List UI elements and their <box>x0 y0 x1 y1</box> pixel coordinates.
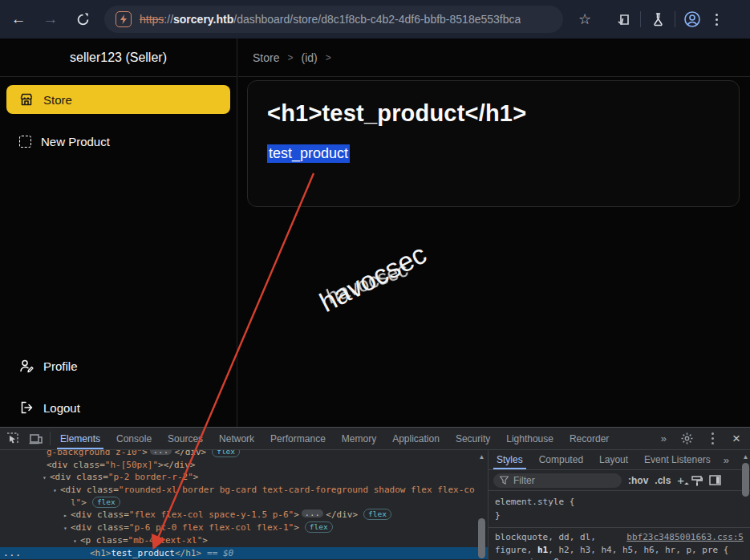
flex-badge[interactable]: flex <box>92 497 120 508</box>
css-rule-block[interactable]: bbf23c3485001663.css:5 blockquote, dd, d… <box>489 528 750 560</box>
labs-flask-icon[interactable] <box>646 7 670 31</box>
devtools-tab-lighthouse[interactable]: Lighthouse <box>498 428 561 449</box>
reload-icon[interactable] <box>69 6 96 33</box>
more-subtabs-icon[interactable]: » <box>719 450 734 469</box>
styles-scrollbar[interactable]: ▲ <box>741 450 750 560</box>
sidebar-item-label: Logout <box>43 401 80 415</box>
breadcrumb-item[interactable]: (id) <box>301 51 317 64</box>
storefront-icon <box>19 92 34 107</box>
devtools-tab-elements[interactable]: Elements <box>52 428 108 449</box>
devtools-tab-network[interactable]: Network <box>211 428 262 449</box>
dom-tree-row[interactable]: ▾<p class="mb-4 text-xl"> <box>0 534 488 547</box>
hov-toggle[interactable]: :hov <box>628 475 648 486</box>
profile-avatar-icon[interactable] <box>680 7 704 31</box>
devtools-tabbar: ElementsConsoleSourcesNetworkPerformance… <box>0 428 750 450</box>
breadcrumb[interactable]: Store>(id)> <box>253 51 331 64</box>
browser-toolbar: ← → https :// sorcery.htb /dashboard/sto… <box>0 0 750 39</box>
forward-icon[interactable]: → <box>37 6 64 33</box>
devtools-tab-performance[interactable]: Performance <box>262 428 334 449</box>
settings-gear-icon[interactable] <box>675 432 699 444</box>
bookmark-star-icon[interactable]: ☆ <box>573 7 597 31</box>
code-segment: <div class= <box>60 485 119 495</box>
code-segment: > <box>193 472 199 482</box>
chevron-right-icon: > <box>326 52 331 63</box>
dom-tree-row[interactable]: <div class="h-[50px]"></div> <box>0 459 488 472</box>
sidebar-item-label: Store <box>43 93 72 107</box>
dom-tree-row[interactable]: <h1>test_product</h1>== $0... <box>0 547 488 560</box>
code-segment: <div class= <box>47 460 105 470</box>
collapse-arrow-icon[interactable]: ▾ <box>60 522 71 535</box>
dom-tree-row[interactable]: g-background z-10">...</div>flex <box>0 450 488 459</box>
elements-scrollbar[interactable]: ▲ <box>477 450 486 560</box>
devtools-close-icon[interactable]: × <box>726 431 747 447</box>
scrollbar-thumb[interactable] <box>478 518 485 558</box>
screen: ← → https :// sorcery.htb /dashboard/sto… <box>0 0 750 560</box>
dom-tree-row[interactable]: ▸<div class="flex flex-col space-y-1.5 p… <box>0 509 488 521</box>
sidebar-item-profile[interactable]: Profile <box>6 351 230 380</box>
styles-subtab-computed[interactable]: Computed <box>531 450 591 469</box>
devtools-tab-sources[interactable]: Sources <box>160 428 211 449</box>
stylesheet-link[interactable]: bbf23c3485001663.css:5 <box>626 531 744 544</box>
element-style-block[interactable]: element.style { } <box>489 491 750 528</box>
expand-arrow-icon[interactable]: ▸ <box>60 509 71 522</box>
device-toolbar-icon[interactable] <box>24 428 48 449</box>
browser-menu-kebab-icon[interactable] <box>704 7 728 31</box>
more-tabs-icon[interactable]: » <box>655 432 673 444</box>
rendering-paint-icon[interactable] <box>691 475 703 486</box>
devtools-tab-security[interactable]: Security <box>448 428 498 449</box>
new-style-rule-icon[interactable]: + <box>677 473 684 487</box>
dom-tree-row[interactable]: l">flex <box>0 497 488 509</box>
devtools-tab-application[interactable]: Application <box>384 428 448 449</box>
collapse-arrow-icon[interactable]: ▾ <box>70 535 80 548</box>
styles-subtab-layout[interactable]: Layout <box>591 450 636 469</box>
selected-text-highlight[interactable]: test_product <box>267 144 350 163</box>
code-segment: > <box>294 522 299 533</box>
sidebar-item-new-product[interactable]: New Product <box>6 127 230 156</box>
scroll-up-icon[interactable]: ▲ <box>742 453 749 461</box>
code-segment: <div class= <box>71 522 129 533</box>
dom-tree-row[interactable]: ▾<div class="p-6 pt-0 flex flex-col flex… <box>0 521 488 534</box>
breadcrumb-item[interactable]: Store <box>253 51 279 64</box>
chevron-right-icon: > <box>287 52 293 63</box>
collapsed-content-ellipsis[interactable]: ... <box>302 509 324 517</box>
collapsed-content-ellipsis[interactable]: ... <box>150 450 172 455</box>
devtools-tab-recorder[interactable]: Recorder <box>561 428 617 449</box>
styles-subtab-styles[interactable]: Styles <box>489 450 531 469</box>
not-secure-badge-icon[interactable] <box>116 11 132 27</box>
inspect-element-icon[interactable] <box>0 428 24 449</box>
devtools-tab-memory[interactable]: Memory <box>334 428 384 449</box>
flex-badge[interactable]: flex <box>212 450 240 457</box>
css-declaration[interactable]: margin:▶0; <box>495 556 744 560</box>
devtools-tab-console[interactable]: Console <box>108 428 160 449</box>
toolbar-divider <box>675 11 675 27</box>
code-segment: == $0 <box>207 548 233 558</box>
devtools-menu-kebab-icon[interactable] <box>700 432 724 444</box>
side-panel-icon[interactable] <box>611 7 635 31</box>
back-icon[interactable]: ← <box>5 6 32 33</box>
dom-tree-row[interactable]: ▾<div class="rounded-xl border bg-card t… <box>0 484 488 497</box>
scroll-up-icon[interactable]: ▲ <box>478 453 485 461</box>
url-host: sorcery.htb <box>173 13 233 26</box>
cls-toggle[interactable]: .cls <box>655 475 671 486</box>
sidebar-item-store[interactable]: Store <box>6 85 230 114</box>
toggle-panel-icon[interactable] <box>709 475 721 485</box>
flex-badge[interactable]: flex <box>363 509 391 520</box>
styles-subtab-event-listeners[interactable]: Event Listeners <box>636 450 719 469</box>
sidebar-item-label: Profile <box>43 359 78 373</box>
flex-badge[interactable]: flex <box>305 521 333 533</box>
dom-tree: g-background z-10">...</div>flex<div cla… <box>0 450 488 559</box>
url-bar[interactable]: https :// sorcery.htb /dashboard/store/d… <box>104 6 563 33</box>
code-segment: g-background z-10" <box>47 450 142 457</box>
code-segment: > <box>294 509 299 520</box>
dom-tree-row[interactable]: ▾<div class="p-2 border-r-2"> <box>0 471 488 484</box>
styles-filter-input[interactable]: Filter <box>493 473 622 488</box>
styles-subtabs: StylesComputedLayoutEvent Listeners» <box>489 450 750 470</box>
selected-row-dots[interactable]: ... <box>3 547 22 560</box>
product-card: <h1>test_product</h1> test_product <box>247 80 740 207</box>
scrollbar-thumb[interactable] <box>742 463 749 497</box>
collapse-arrow-icon[interactable]: ▾ <box>39 472 50 485</box>
devtools-panel: ElementsConsoleSourcesNetworkPerformance… <box>0 427 750 560</box>
collapse-arrow-icon[interactable]: ▾ <box>50 485 60 497</box>
sidebar-item-logout[interactable]: Logout <box>6 393 230 422</box>
styles-filter-row: Filter :hov .cls + <box>489 470 750 491</box>
